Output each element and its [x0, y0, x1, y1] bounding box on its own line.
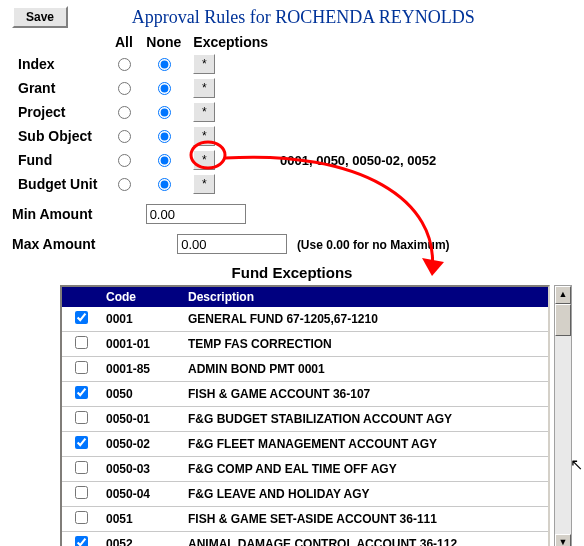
- exc-header-desc: Description: [182, 287, 548, 307]
- cursor-icon: ↖: [570, 455, 583, 474]
- col-exc: Exceptions: [187, 32, 274, 52]
- rule-extra-subobj: [274, 124, 442, 148]
- rule-label-budget: Budget Unit: [12, 172, 107, 196]
- exceptions-title: Fund Exceptions: [12, 264, 572, 281]
- exception-desc: TEMP FAS CORRECTION: [182, 332, 548, 357]
- rule-label-subobj: Sub Object: [12, 124, 107, 148]
- exc-header-check: [62, 287, 100, 307]
- max-amount-hint: (Use 0.00 for no Maximum): [297, 238, 450, 252]
- exceptions-list[interactable]: Code Description 0001GENERAL FUND 67-120…: [60, 285, 550, 546]
- exception-row[interactable]: 0050-01F&G BUDGET STABILIZATION ACCOUNT …: [62, 407, 548, 432]
- exceptions-button-index[interactable]: *: [193, 54, 215, 74]
- exception-code: 0050-03: [100, 457, 182, 482]
- radio-all-index[interactable]: [118, 58, 131, 71]
- exceptions-button-subobj[interactable]: *: [193, 126, 215, 146]
- exception-check[interactable]: [75, 486, 88, 499]
- radio-all-project[interactable]: [118, 106, 131, 119]
- radio-none-project[interactable]: [158, 106, 171, 119]
- radio-all-budget[interactable]: [118, 178, 131, 191]
- exception-check[interactable]: [75, 336, 88, 349]
- exception-code: 0001: [100, 307, 182, 332]
- min-amount-label: Min Amount: [12, 206, 142, 222]
- exception-desc: F&G COMP AND EAL TIME OFF AGY: [182, 457, 548, 482]
- radio-none-fund[interactable]: [158, 154, 171, 167]
- exceptions-button-project[interactable]: *: [193, 102, 215, 122]
- rule-label-fund: Fund: [12, 148, 107, 172]
- rule-row-budget: Budget Unit*: [12, 172, 442, 196]
- exception-row[interactable]: 0050-03F&G COMP AND EAL TIME OFF AGY: [62, 457, 548, 482]
- exception-row[interactable]: 0050FISH & GAME ACCOUNT 36-107: [62, 382, 548, 407]
- rule-extra-project: [274, 100, 442, 124]
- rule-row-grant: Grant*: [12, 76, 442, 100]
- min-amount-input[interactable]: [146, 204, 246, 224]
- scroll-up-button[interactable]: ▲: [555, 286, 571, 304]
- exception-desc: F&G BUDGET STABILIZATION ACCOUNT AGY: [182, 407, 548, 432]
- exception-desc: ADMIN BOND PMT 0001: [182, 357, 548, 382]
- exception-check[interactable]: [75, 511, 88, 524]
- exception-row[interactable]: 0050-02F&G FLEET MANAGEMENT ACCOUNT AGY: [62, 432, 548, 457]
- save-button[interactable]: Save: [12, 6, 68, 28]
- radio-all-subobj[interactable]: [118, 130, 131, 143]
- radio-none-index[interactable]: [158, 58, 171, 71]
- exception-check[interactable]: [75, 461, 88, 474]
- exception-desc: F&G FLEET MANAGEMENT ACCOUNT AGY: [182, 432, 548, 457]
- exceptions-button-grant[interactable]: *: [193, 78, 215, 98]
- radio-all-fund[interactable]: [118, 154, 131, 167]
- radio-all-grant[interactable]: [118, 82, 131, 95]
- scrollbar[interactable]: ▲ ▼: [554, 285, 572, 546]
- col-none: None: [140, 32, 187, 52]
- exceptions-button-fund[interactable]: *: [193, 150, 215, 170]
- exception-row[interactable]: 0051FISH & GAME SET-ASIDE ACCOUNT 36-111: [62, 507, 548, 532]
- exception-check[interactable]: [75, 436, 88, 449]
- max-amount-input[interactable]: [177, 234, 287, 254]
- scroll-thumb[interactable]: [555, 304, 571, 336]
- rules-table: All None Exceptions Index*Grant*Project*…: [12, 32, 442, 196]
- rule-label-grant: Grant: [12, 76, 107, 100]
- exception-row[interactable]: 0001-85ADMIN BOND PMT 0001: [62, 357, 548, 382]
- exception-code: 0050-01: [100, 407, 182, 432]
- exceptions-button-budget[interactable]: *: [193, 174, 215, 194]
- max-amount-label: Max Amount: [12, 236, 142, 252]
- exception-desc: GENERAL FUND 67-1205,67-1210: [182, 307, 548, 332]
- exception-desc: F&G LEAVE AND HOLIDAY AGY: [182, 482, 548, 507]
- scroll-down-button[interactable]: ▼: [555, 534, 571, 546]
- exception-check[interactable]: [75, 311, 88, 324]
- exception-check[interactable]: [75, 386, 88, 399]
- exception-code: 0001-85: [100, 357, 182, 382]
- exception-row[interactable]: 0050-04F&G LEAVE AND HOLIDAY AGY: [62, 482, 548, 507]
- rule-label-project: Project: [12, 100, 107, 124]
- exc-header-code: Code: [100, 287, 182, 307]
- rule-row-subobj: Sub Object*: [12, 124, 442, 148]
- exception-check[interactable]: [75, 536, 88, 546]
- rule-extra-fund: 0001, 0050, 0050-02, 0052: [274, 148, 442, 172]
- radio-none-grant[interactable]: [158, 82, 171, 95]
- rule-row-project: Project*: [12, 100, 442, 124]
- exception-code: 0050-04: [100, 482, 182, 507]
- exception-code: 0051: [100, 507, 182, 532]
- rule-row-index: Index*: [12, 52, 442, 76]
- exception-code: 0050: [100, 382, 182, 407]
- exception-code: 0050-02: [100, 432, 182, 457]
- exception-desc: ANIMAL DAMAGE CONTROL ACCOUNT 36-112: [182, 532, 548, 546]
- exception-code: 0052: [100, 532, 182, 546]
- rule-label-index: Index: [12, 52, 107, 76]
- exception-row[interactable]: 0001-01TEMP FAS CORRECTION: [62, 332, 548, 357]
- radio-none-subobj[interactable]: [158, 130, 171, 143]
- exception-code: 0001-01: [100, 332, 182, 357]
- exception-row[interactable]: 0001GENERAL FUND 67-1205,67-1210: [62, 307, 548, 332]
- exception-desc: FISH & GAME SET-ASIDE ACCOUNT 36-111: [182, 507, 548, 532]
- rule-extra-index: [274, 52, 442, 76]
- exception-check[interactable]: [75, 411, 88, 424]
- exception-row[interactable]: 0052ANIMAL DAMAGE CONTROL ACCOUNT 36-112: [62, 532, 548, 546]
- rule-extra-budget: [274, 172, 442, 196]
- exception-check[interactable]: [75, 361, 88, 374]
- radio-none-budget[interactable]: [158, 178, 171, 191]
- exception-desc: FISH & GAME ACCOUNT 36-107: [182, 382, 548, 407]
- rule-row-fund: Fund*0001, 0050, 0050-02, 0052: [12, 148, 442, 172]
- col-all: All: [107, 32, 140, 52]
- page-title: Approval Rules for ROCHENDA REYNOLDS: [132, 7, 475, 28]
- rule-extra-grant: [274, 76, 442, 100]
